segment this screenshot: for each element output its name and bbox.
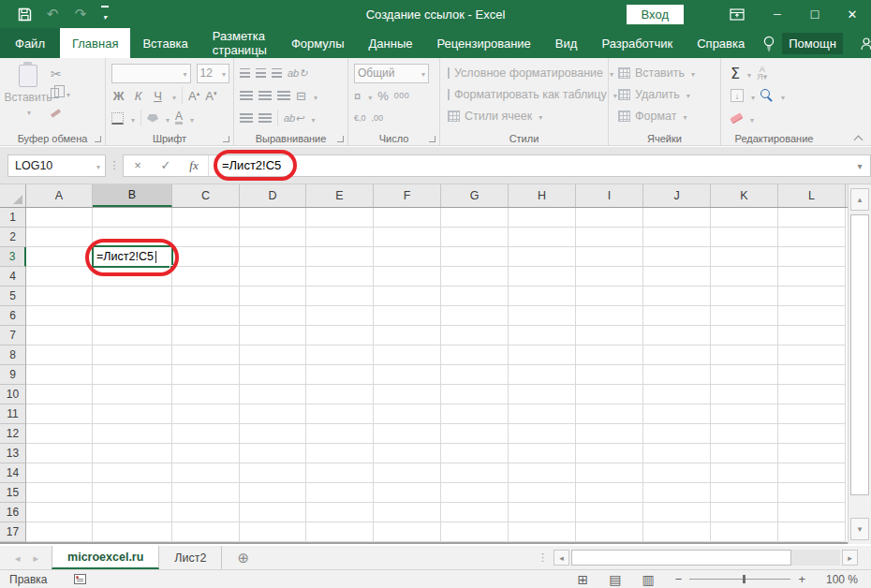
cut-button[interactable] (51, 66, 70, 81)
cell-F6[interactable] (374, 306, 441, 326)
clipboard-dialog-launcher-icon[interactable] (95, 136, 101, 142)
cancel-formula-icon[interactable]: × (124, 158, 152, 172)
column-header-F[interactable]: F (374, 184, 441, 207)
cell-I2[interactable] (576, 228, 643, 247)
cell-G10[interactable] (441, 385, 509, 404)
cell-C13[interactable] (172, 444, 240, 463)
cell-H2[interactable] (509, 228, 576, 247)
cell-L6[interactable] (778, 306, 846, 326)
cell-A5[interactable] (26, 287, 93, 306)
zoom-slider[interactable] (689, 579, 790, 580)
cell-A11[interactable] (26, 404, 93, 424)
cell-J14[interactable] (643, 463, 711, 483)
cell-K5[interactable] (711, 287, 778, 306)
formula-bar-resize-dots[interactable] (106, 159, 123, 171)
cell-G3[interactable] (441, 247, 509, 267)
cell-E14[interactable] (306, 463, 374, 483)
column-header-H[interactable]: H (509, 184, 576, 207)
normal-view-icon[interactable] (578, 572, 589, 587)
cell-I10[interactable] (576, 385, 643, 404)
sort-filter-icon[interactable]: АЯ▾ (757, 66, 767, 81)
column-header-J[interactable]: J (643, 184, 711, 207)
increase-font-button[interactable]: А▴ (188, 89, 199, 103)
cell-C12[interactable] (172, 424, 240, 444)
cell-L11[interactable] (778, 404, 846, 424)
cell-C10[interactable] (172, 385, 240, 404)
cell-F3[interactable] (374, 247, 441, 267)
horizontal-scroll-track[interactable] (571, 550, 840, 566)
cell-G17[interactable] (441, 522, 509, 542)
cell-F15[interactable] (374, 483, 441, 503)
cell-H15[interactable] (509, 483, 576, 503)
cell-H10[interactable] (509, 385, 576, 404)
cell-E4[interactable] (306, 267, 374, 287)
cell-A2[interactable] (26, 228, 93, 247)
cell-E9[interactable] (306, 365, 374, 385)
cell-F5[interactable] (374, 287, 441, 306)
column-header-G[interactable]: G (441, 184, 509, 207)
redo-icon[interactable] (73, 7, 88, 22)
row-header-8[interactable]: 8 (0, 345, 26, 365)
font-color-button[interactable]: А (175, 111, 183, 125)
fill-color-icon[interactable] (147, 114, 158, 123)
underline-dropdown-icon[interactable] (170, 89, 176, 103)
scroll-up-icon[interactable] (850, 188, 869, 211)
cell-G15[interactable] (441, 483, 509, 503)
font-dialog-launcher-icon[interactable] (223, 136, 229, 142)
collapse-ribbon-icon[interactable] (854, 134, 862, 141)
cell-H9[interactable] (509, 365, 576, 385)
cell-B4[interactable] (93, 267, 172, 287)
cell-A13[interactable] (26, 444, 93, 463)
cell-J7[interactable] (643, 326, 711, 345)
row-header-5[interactable]: 5 (0, 287, 26, 306)
cell-G12[interactable] (441, 424, 509, 444)
cell-A6[interactable] (26, 306, 93, 326)
cell-D5[interactable] (240, 287, 306, 306)
cell-F1[interactable] (374, 208, 441, 228)
undo-icon[interactable] (45, 7, 60, 22)
cell-G14[interactable] (441, 463, 509, 483)
cell-J9[interactable] (643, 365, 711, 385)
cell-I4[interactable] (576, 267, 643, 287)
font-name-combo[interactable] (111, 64, 191, 83)
cell-J1[interactable] (643, 208, 711, 228)
prev-sheet-icon[interactable] (15, 551, 21, 565)
cell-I16[interactable] (576, 503, 643, 522)
cell-B6[interactable] (93, 306, 172, 326)
cell-H16[interactable] (509, 503, 576, 522)
number-dialog-launcher-icon[interactable] (429, 136, 436, 142)
cell-J6[interactable] (643, 306, 711, 326)
assistant-button[interactable]: Помощн (762, 28, 843, 58)
cell-A4[interactable] (26, 267, 93, 287)
select-all-corner[interactable] (0, 184, 26, 207)
cell-K9[interactable] (711, 365, 778, 385)
cell-D6[interactable] (240, 306, 306, 326)
sheet-tab-list2[interactable]: Лист2 (159, 546, 222, 569)
cell-C16[interactable] (172, 503, 240, 522)
cell-K12[interactable] (711, 424, 778, 444)
fill-icon[interactable] (731, 89, 744, 102)
cell-D8[interactable] (240, 345, 306, 365)
cell-C8[interactable] (172, 345, 240, 365)
cell-I13[interactable] (576, 444, 643, 463)
cell-K3[interactable] (711, 247, 778, 267)
autosum-button[interactable]: Σ (731, 65, 740, 82)
cell-C3[interactable] (172, 247, 240, 267)
cell-E10[interactable] (306, 385, 374, 404)
row-header-7[interactable]: 7 (0, 326, 26, 345)
cell-A7[interactable] (26, 326, 93, 345)
cell-A9[interactable] (26, 365, 93, 385)
decrease-indent-icon[interactable] (240, 113, 253, 123)
cell-E3[interactable] (306, 247, 374, 267)
editing-cell-b3[interactable]: =Лист2!C5 (92, 245, 173, 268)
insert-function-icon[interactable]: fx (180, 158, 208, 173)
clear-icon[interactable] (730, 112, 744, 125)
ribbon-display-options-icon[interactable] (716, 0, 759, 28)
page-break-view-icon[interactable] (642, 572, 655, 587)
cell-A3[interactable] (26, 247, 93, 267)
cell-C11[interactable] (172, 404, 240, 424)
close-icon[interactable] (834, 0, 871, 28)
column-header-D[interactable]: D (240, 184, 306, 207)
formula-input[interactable]: =Лист2!C5 (209, 158, 281, 172)
cell-I11[interactable] (576, 404, 643, 424)
